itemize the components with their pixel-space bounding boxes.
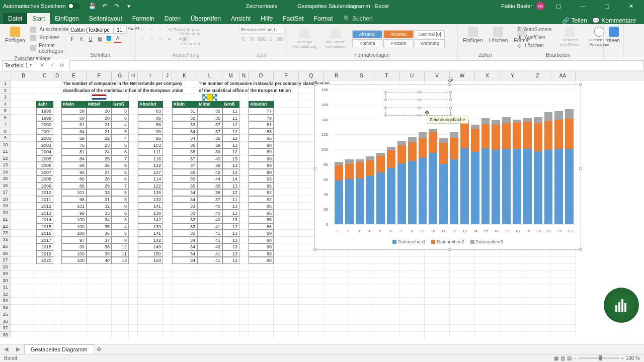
cell[interactable]: 1999 (36, 115, 53, 122)
cell[interactable]: 81 (61, 148, 87, 155)
cell[interactable] (222, 284, 239, 291)
cell[interactable]: 89 (249, 162, 274, 169)
cell[interactable] (299, 325, 324, 332)
cell[interactable]: 11 (222, 108, 239, 115)
chart-bar[interactable] (419, 132, 427, 224)
cell[interactable]: 42 (197, 169, 222, 176)
cell[interactable]: 5 (112, 128, 129, 135)
row-header[interactable]: 9 (0, 135, 11, 142)
cell[interactable]: 26 (87, 162, 112, 169)
cell[interactable]: 2007 (36, 169, 53, 176)
cell[interactable] (11, 148, 36, 155)
cell[interactable] (112, 318, 129, 325)
cell[interactable] (425, 298, 450, 305)
cell[interactable] (425, 318, 450, 325)
cell[interactable] (500, 311, 525, 318)
col-header[interactable]: R (324, 71, 349, 80)
chart-bar[interactable] (565, 109, 574, 225)
cell[interactable]: 13 (222, 257, 239, 264)
cell[interactable]: 81 (249, 121, 274, 128)
cell[interactable] (61, 325, 87, 332)
cell[interactable] (525, 264, 550, 271)
cell[interactable] (239, 257, 249, 264)
cell-style-dezimal[interactable]: Dezimal [0] (415, 30, 445, 38)
cell[interactable]: Mittel (87, 101, 112, 108)
cell[interactable] (239, 142, 249, 149)
cell[interactable] (138, 270, 163, 278)
cell[interactable] (450, 311, 475, 318)
cell[interactable] (249, 264, 274, 271)
cell[interactable] (53, 311, 61, 318)
cell-style-accent6[interactable]: Akzent6 (383, 30, 414, 38)
cell[interactable]: 41 (197, 250, 222, 257)
cell[interactable]: 11 (112, 250, 129, 257)
cell[interactable] (475, 318, 500, 325)
cell[interactable] (129, 128, 138, 135)
cell[interactable] (172, 305, 197, 312)
row-header[interactable]: 23 (0, 230, 11, 237)
sheet-nav-prev-icon[interactable]: ◀ (0, 346, 12, 352)
cell[interactable] (399, 250, 425, 257)
cell[interactable]: 13 (112, 257, 129, 264)
close-icon[interactable]: ✕ (621, 0, 641, 12)
cell[interactable]: 38 (197, 183, 222, 190)
cell[interactable] (129, 257, 138, 264)
cell[interactable] (239, 250, 249, 257)
cell[interactable] (53, 155, 61, 162)
cell[interactable] (36, 318, 53, 325)
italic-button[interactable]: K (77, 35, 86, 43)
cell[interactable] (53, 284, 61, 291)
cell[interactable]: 2012 (36, 203, 53, 210)
col-header[interactable]: N (239, 71, 249, 80)
cell[interactable] (112, 284, 129, 291)
cell[interactable] (129, 169, 138, 176)
cell[interactable] (274, 175, 299, 183)
cell[interactable] (239, 311, 249, 318)
cell[interactable] (163, 183, 172, 190)
cell[interactable] (163, 278, 172, 285)
cell[interactable] (61, 298, 87, 305)
cell[interactable] (399, 278, 425, 285)
cell[interactable] (11, 196, 36, 203)
cell[interactable] (475, 332, 500, 338)
cell[interactable] (11, 278, 36, 285)
chart-bar[interactable] (376, 153, 385, 225)
cell[interactable] (399, 291, 425, 298)
cell[interactable] (112, 264, 129, 271)
cell[interactable] (324, 250, 349, 257)
cell[interactable]: 69 (61, 135, 87, 142)
col-header[interactable]: I (138, 71, 163, 80)
cell[interactable] (163, 298, 172, 305)
chart-bar[interactable] (492, 120, 500, 224)
cell[interactable] (425, 332, 450, 338)
row-header[interactable]: 30 (0, 278, 11, 285)
cell[interactable] (324, 284, 349, 291)
cell[interactable] (500, 325, 525, 332)
chart-bar[interactable] (408, 137, 417, 224)
col-header[interactable]: S (349, 71, 374, 80)
cell[interactable] (11, 108, 36, 115)
cond-format-button[interactable]: Bedingte Formatierung (290, 28, 319, 50)
cell[interactable] (172, 264, 197, 271)
cell[interactable] (53, 264, 61, 271)
cell[interactable]: 7 (112, 155, 129, 162)
cell[interactable] (324, 311, 349, 318)
fill-button[interactable]: ⬇ Ausfüllen (516, 34, 554, 41)
cell[interactable] (163, 101, 172, 108)
cell[interactable] (163, 210, 172, 217)
user-avatar[interactable]: FB (536, 2, 544, 10)
cell[interactable] (349, 318, 374, 325)
cell[interactable] (239, 135, 249, 142)
cell[interactable] (274, 278, 299, 285)
cell[interactable] (249, 291, 274, 298)
row-header[interactable]: 21 (0, 216, 11, 223)
cell[interactable] (274, 162, 299, 169)
cell[interactable] (163, 243, 172, 250)
cell[interactable] (163, 216, 172, 223)
cell[interactable]: 139 (138, 189, 163, 196)
cell[interactable] (112, 87, 129, 95)
cell[interactable] (500, 270, 525, 278)
cell[interactable] (450, 325, 475, 332)
cell[interactable] (112, 325, 129, 332)
view-break-icon[interactable]: ▤ (567, 355, 572, 361)
